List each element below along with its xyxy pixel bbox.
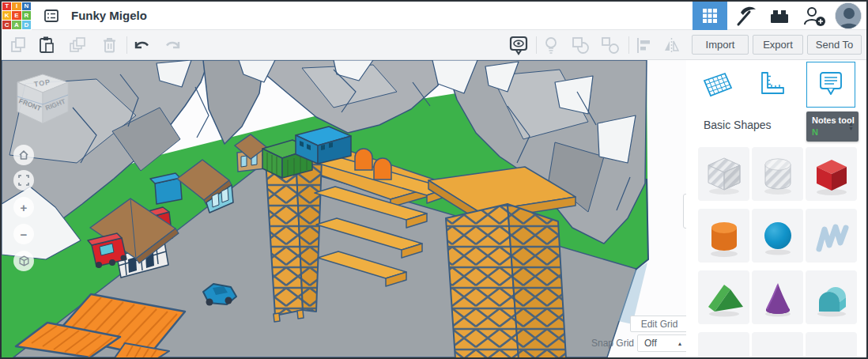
shapes-panel: Basic Shapes ▲▼ Notes tool N <box>686 60 866 357</box>
zoom-out-button[interactable]: − <box>13 224 34 244</box>
notes-visibility-icon[interactable] <box>508 35 530 55</box>
shape-tile-hole-box[interactable] <box>698 147 749 201</box>
delete-icon[interactable] <box>98 35 120 55</box>
caret-up-icon: ▴ <box>678 340 681 347</box>
align-icon[interactable] <box>632 35 654 55</box>
notes-tool[interactable] <box>806 62 855 108</box>
logo-cell: N <box>22 2 31 11</box>
tooltip-title: Notes tool <box>812 115 853 125</box>
bricks-icon[interactable] <box>762 2 797 30</box>
shape-tile-cylinder[interactable] <box>698 209 749 263</box>
copy-icon[interactable] <box>7 35 29 55</box>
logo-cell: K <box>2 11 11 20</box>
perspective-toggle-button[interactable] <box>13 251 34 271</box>
blue-car[interactable] <box>203 284 236 306</box>
shape-tile[interactable] <box>806 332 857 359</box>
shape-tile-box[interactable] <box>806 147 857 201</box>
toolbar-separator <box>536 36 537 54</box>
tooltip-shortcut: N <box>812 127 853 137</box>
logo-cell: I <box>12 2 21 11</box>
avatar[interactable] <box>835 2 862 29</box>
category-caret-icon[interactable]: ▲▼ <box>848 122 854 131</box>
ruler-tool[interactable] <box>753 66 791 104</box>
shape-tile[interactable] <box>752 332 803 359</box>
shape-tile[interactable] <box>698 332 749 359</box>
group-icon[interactable] <box>568 35 591 55</box>
tinkercad-logo[interactable]: T I N K E R C A D <box>2 2 32 30</box>
snap-grid-value: Off <box>644 338 657 349</box>
zoom-in-button[interactable]: + <box>13 197 34 217</box>
shape-tile-cone[interactable] <box>752 270 803 324</box>
toolbar-separator <box>628 36 629 54</box>
duplicate-icon[interactable] <box>66 35 89 55</box>
zoom-out-label: − <box>21 229 28 240</box>
zoom-in-label: + <box>21 202 28 214</box>
export-button[interactable]: Export <box>753 35 803 55</box>
shape-tile-hole-cylinder[interactable] <box>752 147 803 201</box>
logo-cell: E <box>12 11 21 20</box>
add-person-icon[interactable] <box>797 2 832 30</box>
toolbar: Import Export Send To <box>2 30 866 60</box>
design-properties-icon[interactable] <box>42 6 61 25</box>
show-all-bulb-icon[interactable] <box>540 35 562 55</box>
home-view-button[interactable] <box>13 145 34 165</box>
logo-cell: A <box>12 21 21 29</box>
main-area: TOP FRONT RIGHT + − Edit Grid Snap Grid … <box>2 60 866 357</box>
viewport[interactable]: TOP FRONT RIGHT + − Edit Grid Snap Grid … <box>2 60 686 357</box>
undo-icon[interactable] <box>130 35 153 55</box>
header-nav <box>693 2 866 30</box>
import-button[interactable]: Import <box>692 35 749 55</box>
shape-tile-sphere[interactable] <box>752 209 803 263</box>
workplane-tool[interactable] <box>699 66 737 104</box>
logo-cell: C <box>2 21 11 29</box>
send-to-button[interactable]: Send To <box>807 35 862 55</box>
mirror-icon[interactable] <box>660 35 682 55</box>
toolbar-separator <box>126 36 127 54</box>
pickaxe-icon[interactable] <box>727 2 762 30</box>
view-cube[interactable]: TOP FRONT RIGHT <box>13 73 73 128</box>
snap-grid-dropdown[interactable]: Off ▴ <box>637 334 686 352</box>
paste-icon[interactable] <box>35 35 57 55</box>
shape-grid <box>698 147 857 359</box>
edit-grid-button[interactable]: Edit Grid <box>630 316 686 332</box>
3d-scene[interactable] <box>2 60 686 357</box>
header: T I N K E R C A D Funky Migelo <box>2 2 866 30</box>
shape-tile-roof[interactable] <box>698 270 749 324</box>
tinkercad-app: T I N K E R C A D Funky Migelo <box>0 0 868 359</box>
dashboard-grid-icon[interactable] <box>693 2 727 30</box>
shape-tile-scribble[interactable] <box>806 209 857 263</box>
ungroup-icon[interactable] <box>598 35 621 55</box>
logo-cell: R <box>22 11 31 20</box>
logo-cell: D <box>22 21 31 29</box>
fit-view-button[interactable] <box>13 170 34 191</box>
snap-grid-label: Snap Grid <box>588 338 634 349</box>
logo-cell: T <box>2 2 11 11</box>
redo-icon[interactable] <box>162 35 184 55</box>
design-title[interactable]: Funky Migelo <box>71 9 147 22</box>
shape-tile-round-roof[interactable] <box>806 270 857 324</box>
